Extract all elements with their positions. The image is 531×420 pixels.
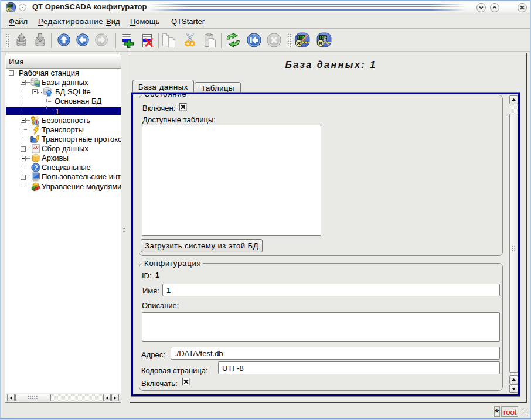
svg-text:?: ?	[33, 164, 38, 171]
